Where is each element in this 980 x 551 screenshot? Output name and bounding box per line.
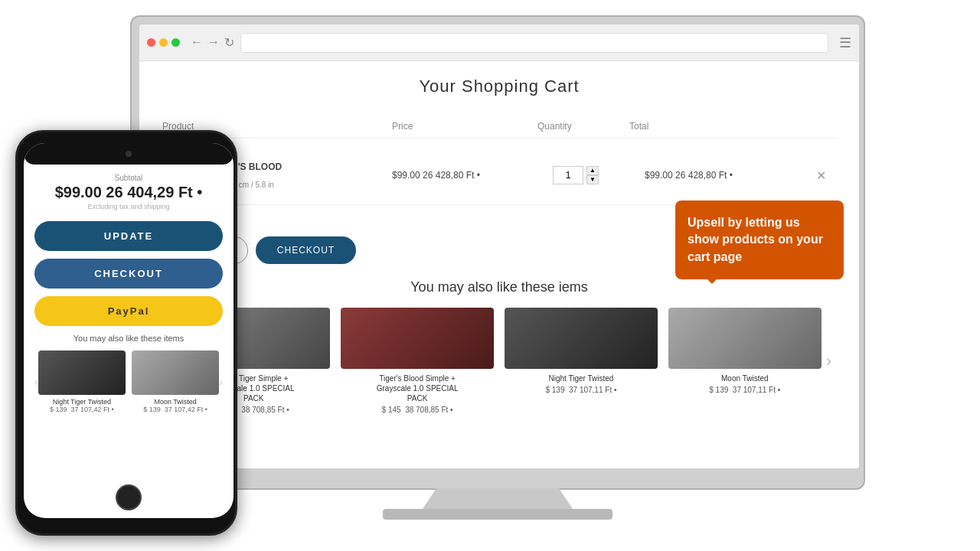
col-total: Total bbox=[629, 121, 775, 132]
forward-icon[interactable]: → bbox=[207, 35, 220, 50]
phone-subtotal-value: $99.00 26 404,29 Ft • bbox=[34, 184, 223, 201]
phone-carousel-right-arrow[interactable]: › bbox=[219, 376, 223, 388]
back-icon[interactable]: ← bbox=[191, 35, 203, 50]
phone-carousel-item-1-image bbox=[38, 350, 126, 395]
phone-carousel-item-1-name: Night Tiger Twisted bbox=[38, 398, 126, 406]
refresh-icon[interactable]: ↻ bbox=[224, 35, 234, 50]
phone-carousel-item-1-price: $ 139 37 107,42 Ft • bbox=[38, 406, 126, 413]
page-title: Your Shopping Cart bbox=[162, 77, 836, 96]
carousel-item-4-image bbox=[668, 308, 822, 369]
carousel-item-3-name: Night Tiger Twisted bbox=[505, 373, 658, 383]
remove-item-button[interactable]: ✕ bbox=[805, 168, 836, 183]
product-total: $99.00 26 428,80 Ft • bbox=[645, 170, 805, 181]
phone-notch bbox=[24, 143, 234, 165]
phone-update-button[interactable]: UPDATE bbox=[34, 221, 223, 251]
laptop-stand bbox=[421, 488, 574, 511]
carousel-item-2: Tiger's Blood Simple +Grayscale 1.0 SPEC… bbox=[341, 308, 494, 414]
phone-home-button[interactable] bbox=[116, 484, 142, 510]
carousel-item-4: Moon Twisted $ 139 37 107,11 Ft • bbox=[668, 308, 822, 414]
minimize-icon[interactable] bbox=[159, 38, 168, 47]
quantity-steppers[interactable]: ▲ ▼ bbox=[586, 166, 599, 184]
carousel-item-3: Night Tiger Twisted $ 139 37 107,11 Ft • bbox=[505, 308, 658, 414]
col-quantity: Quantity bbox=[537, 121, 629, 132]
cart-row: TIGER'S BLOOD verronI S - 14.8 cm / 5.8 … bbox=[162, 146, 836, 205]
menu-icon[interactable]: ☰ bbox=[839, 34, 851, 51]
laptop-base bbox=[383, 509, 612, 520]
upsell-tooltip: Upsell by letting us show products on yo… bbox=[675, 201, 844, 279]
phone-paypal-button[interactable]: PayPal bbox=[34, 296, 223, 326]
maximize-icon[interactable] bbox=[172, 38, 180, 47]
phone-checkout-button[interactable]: CHECKOUT bbox=[34, 259, 223, 289]
laptop-body: ← → ↻ ☰ Your Shopping Cart Product Price… bbox=[130, 15, 865, 490]
phone-carousel-item-2: Moon Twisted $ 139 37 107,42 Ft • bbox=[132, 350, 219, 413]
laptop: ← → ↻ ☰ Your Shopping Cart Product Price… bbox=[130, 15, 865, 520]
phone-subtotal-label: Subtotal bbox=[34, 174, 223, 182]
upsell-text: Upsell by letting us show products on yo… bbox=[688, 216, 823, 263]
phone-subtotal-bullet: • bbox=[197, 184, 202, 201]
qty-up-button[interactable]: ▲ bbox=[586, 166, 599, 175]
phone-content: Subtotal $99.00 26 404,29 Ft • Excluding… bbox=[24, 165, 234, 518]
carousel-right-arrow[interactable]: › bbox=[822, 351, 836, 371]
carousel-item-2-price: $ 145 38 708,85 Ft • bbox=[341, 406, 494, 414]
carousel-item-4-price: $ 139 37 107,11 Ft • bbox=[668, 386, 822, 394]
address-bar[interactable] bbox=[240, 33, 828, 53]
col-action bbox=[775, 121, 836, 132]
traffic-lights bbox=[147, 38, 180, 47]
phone-subtotal-amount: $99.00 26 404,29 Ft bbox=[55, 184, 193, 201]
carousel-item-3-image bbox=[505, 308, 658, 369]
cart-table-header: Product Price Quantity Total bbox=[162, 115, 836, 139]
browser-nav: ← → ↻ bbox=[191, 35, 234, 50]
phone: Subtotal $99.00 26 404,29 Ft • Excluding… bbox=[15, 130, 237, 536]
phone-body: Subtotal $99.00 26 404,29 Ft • Excluding… bbox=[15, 130, 237, 536]
carousel-item-4-name: Moon Twisted bbox=[668, 373, 822, 383]
page-content: Your Shopping Cart Product Price Quantit… bbox=[139, 61, 859, 468]
phone-excl-tax: Excluding tax and shipping bbox=[34, 203, 223, 210]
phone-carousel-items: Night Tiger Twisted $ 139 37 107,42 Ft •… bbox=[38, 350, 220, 413]
also-like-title: You may also like these iems bbox=[162, 279, 836, 295]
phone-also-like-title: You may also like these items bbox=[34, 334, 223, 343]
quantity-input[interactable] bbox=[553, 166, 583, 184]
phone-camera bbox=[126, 151, 132, 157]
phone-screen: Subtotal $99.00 26 404,29 Ft • Excluding… bbox=[24, 143, 234, 518]
phone-carousel-item-1: Night Tiger Twisted $ 139 37 107,42 Ft • bbox=[38, 350, 126, 413]
browser-chrome: ← → ↻ ☰ bbox=[139, 24, 859, 61]
carousel-item-3-price: $ 139 37 107,11 Ft • bbox=[505, 386, 658, 394]
product-price: $99.00 26 428,80 Ft • bbox=[392, 170, 553, 181]
checkout-button[interactable]: CHECKOUT bbox=[256, 236, 356, 264]
col-price: Price bbox=[392, 121, 537, 132]
close-icon[interactable] bbox=[147, 38, 155, 47]
carousel-item-2-name: Tiger's Blood Simple +Grayscale 1.0 SPEC… bbox=[341, 373, 494, 403]
carousel-item-2-image bbox=[341, 308, 494, 369]
phone-carousel-item-2-image bbox=[132, 350, 219, 395]
qty-down-button[interactable]: ▼ bbox=[586, 175, 599, 184]
product-carousel: ‹ Night Tiger Simple +Grayscale 1.0 SPEC… bbox=[162, 308, 836, 414]
carousel-items: Night Tiger Simple +Grayscale 1.0 SPECIA… bbox=[177, 308, 821, 414]
phone-carousel-item-2-price: $ 139 37 107,42 Ft • bbox=[132, 406, 219, 413]
product-quantity[interactable]: ▲ ▼ bbox=[553, 166, 645, 184]
phone-carousel: ‹ Night Tiger Twisted $ 139 37 107,42 Ft… bbox=[34, 350, 223, 413]
laptop-screen: ← → ↻ ☰ Your Shopping Cart Product Price… bbox=[139, 24, 859, 468]
phone-carousel-item-2-name: Moon Twisted bbox=[132, 398, 219, 406]
